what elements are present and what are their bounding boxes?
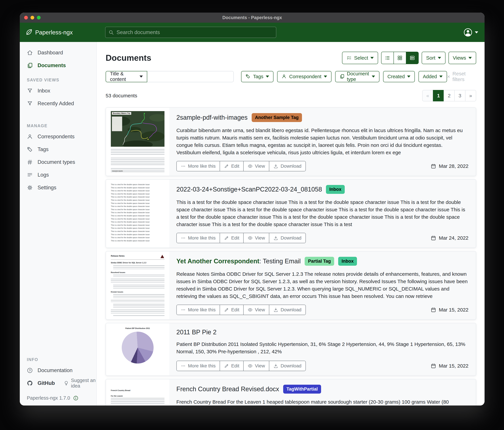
pagination-page-1[interactable]: 1 bbox=[433, 90, 444, 101]
close-window-button[interactable] bbox=[24, 16, 28, 19]
dots-icon bbox=[181, 363, 186, 368]
more-like-this-button[interactable]: More like this bbox=[177, 361, 220, 371]
question-circle-icon bbox=[27, 367, 33, 374]
more-like-this-button[interactable]: More like this bbox=[177, 233, 220, 243]
pagination-page-2[interactable]: 2 bbox=[444, 90, 455, 101]
download-button[interactable]: Download bbox=[269, 233, 306, 243]
zoom-window-button[interactable] bbox=[37, 16, 41, 19]
pagination: « 1 2 3 » bbox=[422, 90, 476, 101]
more-like-this-button[interactable]: More like this bbox=[177, 305, 220, 315]
edit-button[interactable]: Edit bbox=[220, 233, 243, 243]
download-button[interactable]: Download bbox=[269, 305, 306, 315]
tag-badge[interactable]: Inbox bbox=[338, 257, 357, 266]
document-thumbnail[interactable]: Release Notes Simba ODBC Driver for SQL … bbox=[106, 252, 169, 319]
pagination-page-3[interactable]: 3 bbox=[454, 90, 465, 101]
more-like-this-label: More like this bbox=[188, 235, 216, 241]
edit-button[interactable]: Edit bbox=[220, 161, 243, 171]
sidebar-item-logs[interactable]: Logs bbox=[20, 168, 96, 181]
tag-badge[interactable]: TagWithPartial bbox=[283, 385, 321, 393]
reset-filters-button[interactable]: × Reset filters bbox=[447, 71, 476, 82]
document-thumbnail[interactable]: Patient BP Distribution 2011 bbox=[106, 323, 169, 375]
user-menu[interactable] bbox=[463, 23, 478, 42]
documents-icon bbox=[27, 62, 33, 68]
document-title[interactable]: 2sample-pdf-with-images bbox=[176, 114, 248, 121]
thumb-map-title: Boundary Waters Trip bbox=[112, 112, 131, 115]
thumb-map-watermark: Google Earth bbox=[112, 170, 123, 172]
document-correspondent[interactable]: Yet Another Correspondent bbox=[176, 258, 259, 265]
sidebar-item-tags[interactable]: Tags bbox=[20, 143, 96, 156]
minimize-window-button[interactable] bbox=[30, 16, 34, 19]
sidebar-item-github[interactable]: GitHub bbox=[20, 377, 55, 390]
download-button[interactable]: Download bbox=[269, 161, 306, 171]
calendar-icon bbox=[431, 163, 436, 169]
global-search[interactable] bbox=[105, 27, 276, 38]
document-thumbnail[interactable]: This is a test for the double space char… bbox=[106, 180, 169, 248]
sidebar-item-correspondents[interactable]: Correspondents bbox=[20, 130, 96, 143]
filter-correspondent-dropdown[interactable]: Correspondent bbox=[277, 71, 332, 82]
info-circle-icon[interactable] bbox=[73, 395, 79, 401]
view-mode-list-button[interactable] bbox=[381, 52, 394, 64]
sidebar-item-documentation[interactable]: Documentation bbox=[20, 364, 96, 377]
grid-view-icon bbox=[397, 55, 403, 61]
sidebar-item-document-types[interactable]: Document types bbox=[20, 156, 96, 168]
more-like-this-button[interactable]: More like this bbox=[177, 161, 220, 171]
chevron-down-icon bbox=[468, 57, 472, 59]
sidebar-item-recently-added[interactable]: Recently Added bbox=[20, 97, 96, 110]
view-label: View bbox=[255, 235, 265, 241]
filter-document-type-dropdown[interactable]: Document type bbox=[335, 71, 379, 82]
view-mode-details-button[interactable] bbox=[406, 52, 419, 64]
view-button[interactable]: View bbox=[243, 361, 269, 371]
sidebar-item-label: Dashboard bbox=[37, 50, 63, 56]
document-excerpt: Curabitur bibendum ante urna, sed blandi… bbox=[176, 127, 468, 156]
document-card: This is a test for the double space char… bbox=[106, 179, 476, 248]
tag-badge[interactable]: Partial Tag bbox=[305, 257, 334, 266]
document-title[interactable]: 2011 BP Pie 2 bbox=[176, 329, 216, 336]
tag-badge[interactable]: Another Sample Tag bbox=[252, 113, 302, 122]
view-button[interactable]: View bbox=[243, 305, 269, 315]
edit-button[interactable]: Edit bbox=[220, 305, 243, 315]
thumb-chart-page: Patient BP Distribution 2011 bbox=[111, 327, 164, 372]
brand[interactable]: Paperless-ngx bbox=[26, 29, 73, 36]
filter-query-input[interactable] bbox=[147, 71, 234, 82]
view-label: View bbox=[255, 307, 265, 312]
person-icon bbox=[27, 134, 33, 140]
sidebar-item-documents[interactable]: Documents bbox=[20, 59, 96, 72]
filter-added-dropdown[interactable]: Added bbox=[418, 71, 447, 82]
tag-badge[interactable]: Inbox bbox=[326, 185, 345, 194]
document-card: French Country Bread For the Leaven Fren… bbox=[106, 379, 476, 405]
window-title: Documents - Paperless-ngx bbox=[222, 15, 282, 20]
download-button[interactable]: Download bbox=[269, 361, 306, 371]
search-input[interactable] bbox=[117, 29, 273, 35]
download-icon bbox=[273, 164, 278, 169]
leaf-logo-icon bbox=[26, 29, 32, 36]
sidebar-item-settings[interactable]: Settings bbox=[20, 181, 96, 194]
views-label: Views bbox=[453, 55, 466, 61]
pagination-prev-button[interactable]: « bbox=[422, 90, 433, 101]
sort-dropdown-button[interactable]: Sort bbox=[422, 52, 445, 64]
suggest-idea-link[interactable]: Suggest an idea bbox=[63, 378, 96, 389]
pie-chart-thumbnail bbox=[122, 332, 153, 364]
chevron-down-icon bbox=[407, 75, 410, 77]
views-dropdown-button[interactable]: Views bbox=[449, 52, 476, 64]
document-title[interactable]: 2022-03-24+Sonstige+ScanPC2022-03-24_081… bbox=[176, 186, 322, 193]
thumb-text-page: French Country Bread For the Leaven bbox=[111, 383, 164, 405]
select-dropdown-button[interactable]: Select bbox=[342, 52, 378, 64]
document-thumbnail[interactable]: French Country Bread For the Leaven bbox=[106, 379, 169, 405]
document-title[interactable]: French Country Bread Revised.docx bbox=[176, 385, 279, 393]
document-thumbnail[interactable]: Boundary Waters Trip Google Earth bbox=[106, 108, 169, 176]
pagination-next-button[interactable]: » bbox=[465, 90, 476, 101]
filter-field-dropdown[interactable]: Title & content bbox=[106, 71, 147, 82]
view-button[interactable]: View bbox=[243, 233, 269, 243]
filter-tags-dropdown[interactable]: Tags bbox=[241, 71, 273, 82]
sidebar-item-inbox[interactable]: Inbox bbox=[20, 84, 96, 97]
dots-icon bbox=[181, 235, 186, 241]
eye-icon bbox=[248, 363, 253, 368]
card-actions: More like this Edit View Download bbox=[176, 161, 306, 171]
view-mode-grid-button[interactable] bbox=[394, 52, 406, 64]
document-title[interactable]: Yet Another Correspondent: Testing Email bbox=[176, 258, 301, 265]
filter-created-dropdown[interactable]: Created bbox=[383, 71, 415, 82]
view-button[interactable]: View bbox=[243, 161, 269, 171]
sidebar-item-dashboard[interactable]: Dashboard bbox=[20, 46, 96, 59]
person-icon bbox=[281, 74, 287, 79]
edit-button[interactable]: Edit bbox=[220, 361, 243, 371]
